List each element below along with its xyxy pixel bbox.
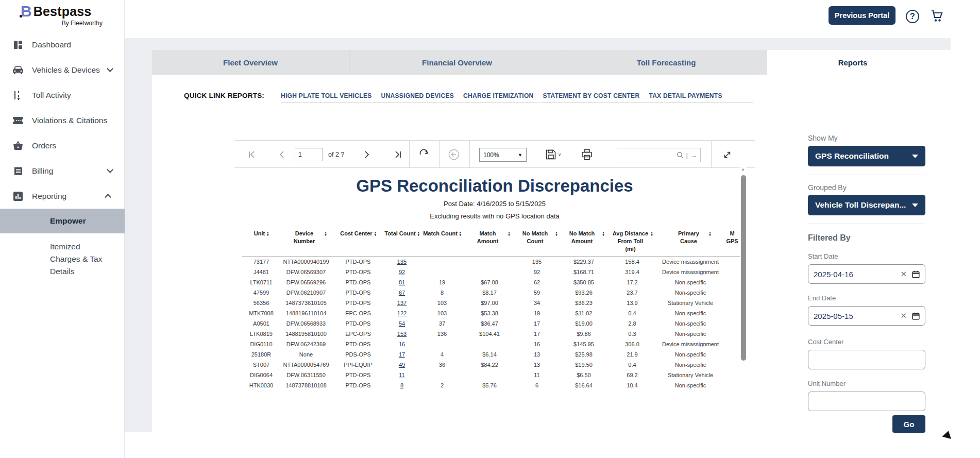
start-date-input[interactable]: 2025-04-16 ✕	[808, 264, 925, 284]
tab-fleet-overview[interactable]: Fleet Overview	[152, 50, 349, 75]
table-cell: 137	[384, 298, 419, 308]
scrollbar-thumb[interactable]	[741, 175, 746, 361]
sidebar-item-orders[interactable]: Orders	[0, 133, 125, 158]
total-count-link[interactable]: 11	[399, 372, 404, 378]
total-count-link[interactable]: 49	[399, 362, 405, 368]
table-row: 73177NTTA0000940199PTD-OPS135135$229.371…	[242, 257, 740, 267]
column-header[interactable]: M GPS	[724, 229, 740, 257]
sidebar-item-reporting[interactable]: Reporting	[0, 183, 125, 209]
fullscreen-button[interactable]	[718, 141, 736, 168]
sort-icon[interactable]: ▴▾	[555, 230, 557, 236]
total-count-link[interactable]: 92	[399, 269, 405, 275]
sort-icon[interactable]: ▴▾	[325, 230, 326, 236]
sidebar-subitem-itemized-charges[interactable]: Itemized Charges & Tax Details	[0, 233, 119, 278]
dropdown-caret-icon	[912, 155, 918, 158]
column-header[interactable]: Match Amount▴▾	[465, 229, 514, 257]
sidebar-item-vehicles-devices[interactable]: Vehicles & Devices	[0, 57, 125, 82]
grouped-by-dropdown[interactable]: Vehicle Toll Discrepan...	[808, 195, 925, 215]
last-page-button[interactable]	[392, 141, 404, 168]
show-my-dropdown[interactable]: GPS Reconciliation	[808, 146, 925, 166]
find-next-arrow-icon[interactable]: →	[690, 151, 697, 159]
total-count-link[interactable]: 8	[400, 382, 403, 388]
clear-date-icon[interactable]: ✕	[900, 269, 907, 279]
scrollbar-up-arrow-icon[interactable]: ▲	[741, 167, 745, 172]
sort-icon[interactable]: ▴▾	[460, 230, 461, 236]
cart-icon[interactable]	[931, 10, 944, 22]
sidebar-subitem-empower[interactable]: Empower	[0, 209, 125, 233]
total-count-link[interactable]: 16	[399, 341, 405, 347]
previous-page-button[interactable]	[276, 141, 288, 168]
quick-link-tax-detail-payments[interactable]: TAX DETAIL PAYMENTS	[649, 92, 722, 99]
quick-link-high-plate[interactable]: HIGH PLATE TOLL VEHICLES	[281, 92, 372, 99]
help-icon[interactable]: ?	[906, 10, 919, 23]
column-header[interactable]: Cost Center▴▾	[332, 229, 384, 257]
quick-links-rule	[281, 103, 753, 103]
bestpass-logo[interactable]: B Bestpass By Fleetworthy	[21, 4, 106, 27]
table-cell: NTTA0000054769	[280, 360, 332, 370]
tab-toll-forecasting[interactable]: Toll Forecasting	[565, 50, 767, 75]
tab-reports[interactable]: Reports	[809, 50, 897, 75]
column-header[interactable]: Avg Distance From Toll (mi)▴▾	[608, 229, 656, 257]
first-page-button[interactable]	[246, 141, 258, 168]
column-header[interactable]: Total Count▴▾	[384, 229, 419, 257]
logo-title: Bestpass	[33, 4, 92, 19]
column-header[interactable]: Unit▴▾	[242, 229, 280, 257]
total-count-link[interactable]: 81	[399, 279, 405, 285]
end-date-input[interactable]: 2025-05-15 ✕	[808, 306, 925, 326]
export-save-button[interactable]: ∨	[543, 141, 564, 168]
column-header[interactable]: No Match Amount▴▾	[560, 229, 608, 257]
table-cell: Non-specific	[656, 380, 724, 391]
quick-link-charge-itemization[interactable]: CHARGE ITEMIZATION	[463, 92, 534, 99]
table-cell: 37	[419, 318, 465, 329]
table-cell: 19	[514, 308, 560, 318]
unit-number-input[interactable]	[808, 392, 925, 411]
find-input[interactable]: | →	[617, 148, 701, 162]
tab-financial-overview[interactable]: Financial Overview	[349, 50, 565, 75]
sort-icon[interactable]: ▴▾	[418, 230, 419, 236]
table-cell: 25180R	[242, 349, 280, 360]
calendar-icon[interactable]	[912, 270, 920, 278]
back-to-parent-button[interactable]	[446, 141, 462, 168]
column-header[interactable]: Match Count▴▾	[419, 229, 465, 257]
total-count-link[interactable]: 17	[399, 351, 405, 358]
sort-icon[interactable]: ▴▾	[602, 230, 604, 236]
sort-icon[interactable]: ▴▾	[267, 230, 268, 236]
total-count-link[interactable]: 153	[397, 331, 407, 337]
total-count-link[interactable]: 67	[399, 290, 405, 296]
sort-icon[interactable]: ▴▾	[709, 230, 711, 236]
total-count-link[interactable]: 137	[397, 300, 407, 306]
zoom-select[interactable]: 100% ▼	[479, 148, 527, 162]
refresh-button[interactable]	[416, 141, 432, 168]
clear-date-icon[interactable]: ✕	[900, 311, 907, 320]
sidebar-item-billing[interactable]: Billing	[0, 158, 125, 183]
table-cell: 19	[419, 277, 465, 287]
cost-center-input[interactable]	[808, 350, 925, 369]
quick-link-statement-cost-center[interactable]: STATEMENT BY COST CENTER	[543, 92, 640, 99]
sidebar-item-violations-citations[interactable]: Violations & Citations	[0, 108, 125, 133]
sidebar-item-dashboard[interactable]: Dashboard	[0, 32, 125, 57]
calendar-icon[interactable]	[912, 312, 920, 320]
page-number-input[interactable]	[295, 148, 323, 161]
next-page-button[interactable]	[361, 141, 373, 168]
sort-icon[interactable]: ▴▾	[651, 230, 652, 236]
total-count-link[interactable]: 135	[397, 259, 407, 265]
table-cell: 56356	[242, 298, 280, 308]
column-header[interactable]: No Match Count▴▾	[514, 229, 560, 257]
table-cell: $67.08	[465, 277, 514, 287]
previous-portal-button[interactable]: Previous Portal	[829, 6, 895, 25]
total-count-link[interactable]: 54	[399, 320, 405, 327]
report-scrollbar[interactable]: ▲	[740, 166, 747, 435]
quick-link-unassigned-devices[interactable]: UNASSIGNED DEVICES	[381, 92, 454, 99]
table-cell: Stationary Vehicle	[656, 298, 724, 308]
column-header[interactable]: Primary Cause▴▾	[656, 229, 724, 257]
table-cell: 6	[514, 380, 560, 391]
sidebar-item-toll-activity[interactable]: Toll Activity	[0, 82, 125, 108]
total-count-link[interactable]: 122	[397, 310, 407, 316]
go-button[interactable]: Go	[892, 415, 925, 433]
sort-icon[interactable]: ▴▾	[375, 230, 376, 236]
print-button[interactable]	[579, 141, 595, 168]
sort-icon[interactable]: ▴▾	[508, 230, 510, 236]
table-cell: DFW.06311550	[280, 370, 332, 380]
column-header[interactable]: Device Number▴▾	[280, 229, 332, 257]
table-cell: 8	[419, 287, 465, 298]
